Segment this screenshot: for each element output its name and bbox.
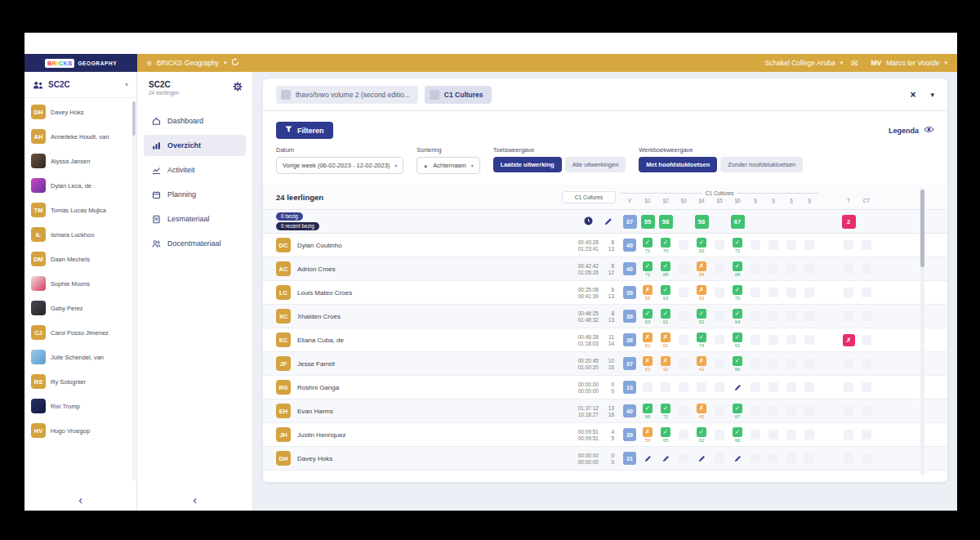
grid-cell[interactable]: ✓63 [639,309,657,324]
grid-cell[interactable]: 40 [621,404,639,417]
pencil-icon[interactable] [604,214,612,229]
grid-cell[interactable]: ✗42 [693,356,710,372]
app-menu-label[interactable]: BRICKS Geography [157,59,219,67]
grid-cell[interactable] [728,384,746,391]
grid-cell[interactable]: 36 [621,333,639,346]
student-list-item[interactable]: TMTomás Lucas Mujica [24,198,131,222]
grid-cell[interactable]: ✓56 [728,356,746,372]
sidebar-item-planning[interactable]: Planning [144,184,246,205]
student-list-item[interactable]: CJCarol Posso Jimenez [24,320,131,345]
student-cell[interactable]: ACAdrion Croes [263,261,557,276]
student-cell[interactable]: RGRoshni Ganga [263,380,557,395]
student-list-item[interactable]: RSRy Solognier [24,369,131,394]
legend-toggle[interactable]: Legenda [889,126,934,135]
student-list-item[interactable]: Gaby Perez [24,296,131,320]
student-cell[interactable]: DCDylan Coutinho [263,238,557,252]
student-cell[interactable]: ECEliana Cuba, de [263,332,557,347]
student-list-item[interactable]: ILIsmara Luckhoo [24,222,131,247]
clock-icon[interactable] [584,214,593,229]
toets-option-alle[interactable]: Alle uitwerkingen [565,157,626,172]
table-scrollbar[interactable] [920,188,924,475]
grid-cell[interactable]: ✓65 [657,427,675,443]
sidebar-scrollbar[interactable] [132,101,136,481]
grid-cell[interactable] [639,455,657,462]
gear-icon[interactable] [233,80,243,95]
student-list-item[interactable]: Sophie Moons [24,271,131,296]
grid-cell[interactable]: ✓70 [728,285,746,301]
tab-volume2[interactable]: thavo/tvwo volume 2 (second editio... [276,86,418,104]
student-list-item[interactable]: HVHugo Vroegop [24,418,131,443]
student-cell[interactable]: JHJustin Henriquez [263,427,557,442]
student-cell[interactable]: EHEvan Harms [263,404,557,418]
grid-cell[interactable]: ✓52 [693,309,710,324]
grid-cell[interactable] [693,455,710,462]
sidebar-item-overzicht[interactable]: Overzicht [144,135,246,156]
datum-select[interactable]: Vorige week (06-02-2023 - 12-02-2023) ▾ [276,157,403,174]
sidebar-item-lesmateriaal[interactable]: Lesmateriaal [144,208,246,230]
grid-cell[interactable]: ✗63 [693,285,710,301]
grid-cell[interactable]: 37 [621,357,639,370]
class-selector[interactable]: SC2C ▾ [24,72,136,98]
sidebar-item-dashboard[interactable]: Dashboard [144,110,246,132]
student-cell[interactable]: DHDavey Hoks [263,451,557,466]
refresh-icon[interactable] [231,58,239,68]
grid-cell[interactable]: 10 [621,381,639,394]
grid-cell[interactable]: 39 [621,310,639,323]
sidebar-item-activiteit[interactable]: Activiteit [144,159,246,181]
grid-cell[interactable]: 58 [693,215,710,229]
collapse-class-sidebar-button[interactable]: ‹ [24,494,136,506]
collapse-menu-sidebar-button[interactable]: ‹ [137,494,252,506]
grid-cell[interactable] [657,455,675,462]
grid-cell[interactable]: 2 [840,215,858,229]
grid-cell[interactable]: ✓64 [728,309,746,324]
grid-cell[interactable]: ✗58 [639,285,657,301]
grid-cell[interactable]: ✓68 [728,261,746,277]
grid-cell[interactable]: 58 [657,215,675,229]
student-list-item[interactable]: Julie Schendel, van [24,345,131,369]
grid-cell[interactable]: ✓71 [728,238,746,253]
grid-cell[interactable]: ✓61 [657,309,675,324]
student-cell[interactable]: LCLouis Mateo Croes [263,285,557,300]
grid-cell[interactable]: ✓66 [639,404,657,419]
grid-cell[interactable]: ✗42 [657,356,675,372]
grid-cell[interactable]: ✓67 [728,404,746,419]
grid-cell[interactable]: 39 [621,286,639,299]
tab-c1-cultures[interactable]: C1 Cultures [425,86,492,104]
sort-select[interactable]: ▲ Achternaam ▾ [416,157,479,174]
grid-cell[interactable]: ✗40 [693,404,710,419]
mail-icon[interactable]: ✉ [851,59,858,68]
grid-cell[interactable]: ✗62 [657,332,675,348]
toets-option-laatste[interactable]: Laatste uitwerking [493,157,562,172]
student-list-item[interactable]: Dylan Leca, de [24,173,131,198]
grid-cell[interactable]: ✓62 [693,427,710,443]
scrollbar-thumb[interactable] [132,101,136,136]
grid-cell[interactable]: ✗ [840,334,858,346]
werkboek-option-met[interactable]: Met hoofdstuktoetsen [639,157,717,172]
werkboek-option-zonder[interactable]: Zonder hoofdstuktoetsen [720,157,803,172]
grid-cell[interactable]: ✗53 [639,356,657,372]
filter-button[interactable]: Filteren [276,122,333,139]
scrollbar-thumb[interactable] [920,190,924,267]
grid-cell[interactable]: 31 [621,452,639,465]
grid-cell[interactable]: ✓63 [657,285,675,301]
grid-cell[interactable]: ✓66 [728,427,746,443]
grid-cell[interactable]: ✓63 [693,238,710,253]
hamburger-icon[interactable]: ≡ [147,59,152,68]
grid-cell[interactable]: 37 [621,215,639,229]
grid-cell[interactable]: ✗58 [693,261,710,277]
close-icon[interactable]: × [910,89,915,100]
grid-cell[interactable] [728,455,746,462]
grid-cell[interactable]: ✗52 [639,332,657,348]
sidebar-item-docentmateriaal[interactable]: Docentmateriaal [144,233,246,254]
grid-cell[interactable]: ✓74 [693,332,710,348]
school-name[interactable]: Schakel College Aruba [765,59,835,67]
grid-cell[interactable]: 39 [621,428,639,441]
grid-cell[interactable]: ✓70 [657,238,675,253]
grid-cell[interactable]: 67 [728,215,746,229]
student-cell[interactable]: JFJesse Farrell [263,356,557,371]
grid-cell[interactable]: ✓61 [728,332,746,348]
grid-cell[interactable]: ✓71 [639,238,657,253]
student-list-item[interactable]: Alyssa Jansen [24,149,131,173]
student-cell[interactable]: XCXhaiden Croes [263,309,557,324]
student-list-item[interactable]: DHDavey Hoks [24,100,131,124]
